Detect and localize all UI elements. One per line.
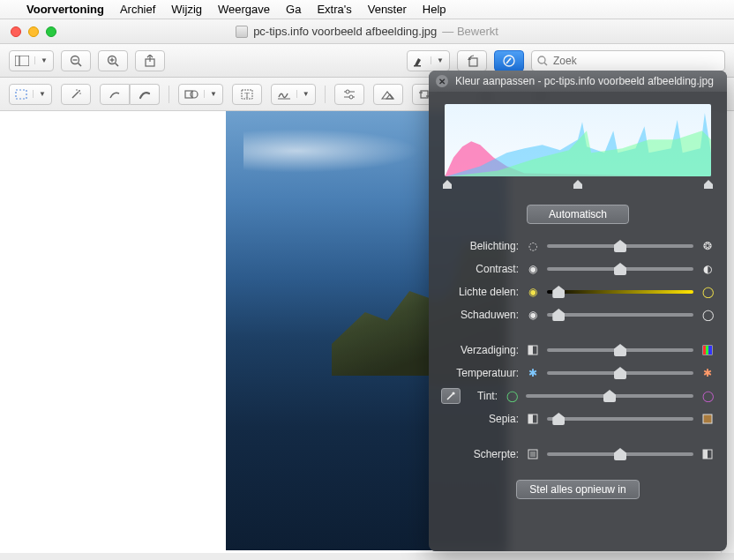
zoom-in-button[interactable] bbox=[98, 50, 128, 71]
eyedropper-icon bbox=[446, 391, 456, 401]
temperature-cold-icon: ✱ bbox=[526, 366, 540, 380]
zoom-out-icon bbox=[70, 55, 82, 67]
slider-exposure[interactable]: Belichting: ◌ ❂ bbox=[441, 235, 715, 258]
text-tool-button[interactable]: T bbox=[232, 84, 262, 105]
highlight-button[interactable]: ▼ bbox=[407, 50, 450, 71]
instant-alpha-button[interactable] bbox=[61, 84, 91, 105]
window-zoom-button[interactable] bbox=[46, 26, 56, 37]
tint-magenta-icon: ◯ bbox=[700, 389, 715, 403]
slider-sharpness[interactable]: Scherpte: bbox=[441, 443, 715, 466]
slider-temperature[interactable]: Temperatuur: ✱ ✱ bbox=[441, 362, 715, 385]
slider-sepia[interactable]: Sepia: bbox=[441, 407, 715, 430]
svg-point-30 bbox=[346, 90, 349, 93]
sepia-low-icon bbox=[526, 412, 540, 426]
panel-titlebar[interactable]: ✕ Kleur aanpassen - pc-tips.info voorbee… bbox=[429, 71, 727, 92]
svg-rect-50 bbox=[703, 346, 706, 355]
auto-levels-button[interactable]: Automatisch bbox=[527, 205, 629, 224]
chevron-down-icon: ▼ bbox=[204, 90, 222, 98]
svg-rect-48 bbox=[528, 346, 533, 355]
selection-tool-button[interactable]: ▼ bbox=[9, 84, 52, 105]
draw-tool-button[interactable] bbox=[100, 84, 130, 105]
svg-rect-12 bbox=[414, 65, 421, 67]
search-input[interactable] bbox=[553, 55, 719, 67]
toolbar-divider bbox=[169, 86, 169, 103]
reset-all-button[interactable]: Stel alles opnieuw in bbox=[516, 480, 639, 499]
saturation-low-icon bbox=[526, 343, 540, 357]
sepia-thumb[interactable] bbox=[552, 413, 565, 425]
marker-icon bbox=[408, 55, 431, 67]
markup-toggle-button[interactable] bbox=[494, 50, 524, 71]
slider-contrast[interactable]: Contrast: ◉ ◐ bbox=[441, 258, 715, 280]
sketch-tool-button[interactable] bbox=[130, 84, 160, 105]
svg-rect-51 bbox=[706, 346, 708, 355]
rotate-left-icon bbox=[466, 55, 478, 67]
search-field[interactable] bbox=[531, 50, 725, 71]
temperature-thumb[interactable] bbox=[614, 367, 626, 379]
levels-mid-handle[interactable] bbox=[573, 180, 582, 189]
menu-file[interactable]: Archief bbox=[120, 3, 155, 16]
sidebar-icon bbox=[10, 56, 34, 66]
magic-wand-icon bbox=[70, 88, 82, 101]
svg-marker-33 bbox=[386, 94, 393, 99]
rect-select-icon bbox=[10, 89, 33, 100]
pencil-draw-icon bbox=[109, 88, 121, 101]
window-close-button[interactable] bbox=[11, 26, 21, 37]
share-button[interactable] bbox=[135, 50, 165, 71]
svg-point-31 bbox=[349, 95, 353, 99]
tint-thumb[interactable] bbox=[603, 390, 616, 402]
svg-rect-55 bbox=[528, 414, 533, 423]
saturation-high-icon bbox=[700, 343, 715, 357]
svg-line-3 bbox=[78, 63, 81, 66]
document-proxy-icon[interactable] bbox=[236, 26, 248, 38]
shadows-thumb[interactable] bbox=[552, 309, 565, 321]
shadows-low-icon: ◉ bbox=[526, 308, 540, 322]
tint-eyedropper-button[interactable] bbox=[441, 388, 461, 404]
exposure-thumb[interactable] bbox=[614, 240, 626, 252]
histogram bbox=[445, 104, 711, 176]
adjust-color-button[interactable] bbox=[334, 84, 364, 105]
shadows-high-icon: ◯ bbox=[700, 308, 715, 322]
window-titlebar: pc-tips.info voorbeeld afbeelding.jpg — … bbox=[0, 19, 734, 44]
shapes-icon bbox=[179, 88, 204, 101]
levels-track[interactable] bbox=[445, 180, 711, 192]
traffic-lights bbox=[0, 26, 56, 37]
menu-view[interactable]: Weergave bbox=[218, 3, 270, 16]
svg-line-19 bbox=[72, 92, 79, 98]
svg-point-21 bbox=[76, 89, 78, 91]
sharpness-thumb[interactable] bbox=[614, 448, 626, 460]
svg-marker-44 bbox=[443, 180, 452, 189]
menu-help[interactable]: Help bbox=[423, 3, 446, 16]
contrast-thumb[interactable] bbox=[614, 263, 626, 275]
adjust-color-panel: ✕ Kleur aanpassen - pc-tips.info voorbee… bbox=[429, 71, 727, 551]
highlights-thumb[interactable] bbox=[552, 286, 565, 298]
svg-point-53 bbox=[452, 392, 454, 394]
svg-point-22 bbox=[79, 93, 81, 94]
slider-shadows[interactable]: Schaduwen: ◉ ◯ bbox=[441, 303, 715, 326]
chevron-down-icon: ▼ bbox=[34, 56, 53, 64]
shapes-button[interactable]: ▼ bbox=[178, 84, 223, 105]
menu-window[interactable]: Venster bbox=[368, 3, 407, 16]
contrast-label: Contrast: bbox=[441, 263, 519, 275]
panel-close-button[interactable]: ✕ bbox=[436, 75, 448, 87]
system-menubar: Voorvertoning Archief Wijzig Weergave Ga… bbox=[0, 0, 734, 19]
levels-white-handle[interactable] bbox=[704, 180, 713, 189]
view-mode-button[interactable]: ▼ bbox=[9, 50, 54, 71]
slider-saturation[interactable]: Verzadiging: bbox=[441, 339, 715, 362]
zoom-out-button[interactable] bbox=[61, 50, 91, 71]
document-edited-label: — Bewerkt bbox=[442, 25, 498, 38]
menu-edit[interactable]: Wijzig bbox=[171, 3, 202, 16]
app-menu[interactable]: Voorvertoning bbox=[26, 3, 104, 16]
levels-black-handle[interactable] bbox=[443, 180, 452, 189]
menu-extras[interactable]: Extra's bbox=[317, 3, 351, 16]
document-title: pc-tips.info voorbeeld afbeelding.jpg bbox=[253, 25, 437, 38]
adjust-size-button[interactable] bbox=[373, 84, 403, 105]
rotate-button[interactable] bbox=[457, 50, 487, 71]
menu-go[interactable]: Ga bbox=[286, 3, 301, 16]
share-icon bbox=[145, 55, 155, 67]
slider-highlights[interactable]: Lichte delen: ◉ ◯ bbox=[441, 280, 715, 303]
window-minimize-button[interactable] bbox=[28, 26, 39, 37]
svg-point-16 bbox=[538, 56, 545, 63]
saturation-thumb[interactable] bbox=[614, 344, 626, 356]
sign-button[interactable]: ▼ bbox=[271, 84, 316, 105]
slider-tint[interactable]: Tint: ◯ ◯ bbox=[441, 385, 715, 407]
